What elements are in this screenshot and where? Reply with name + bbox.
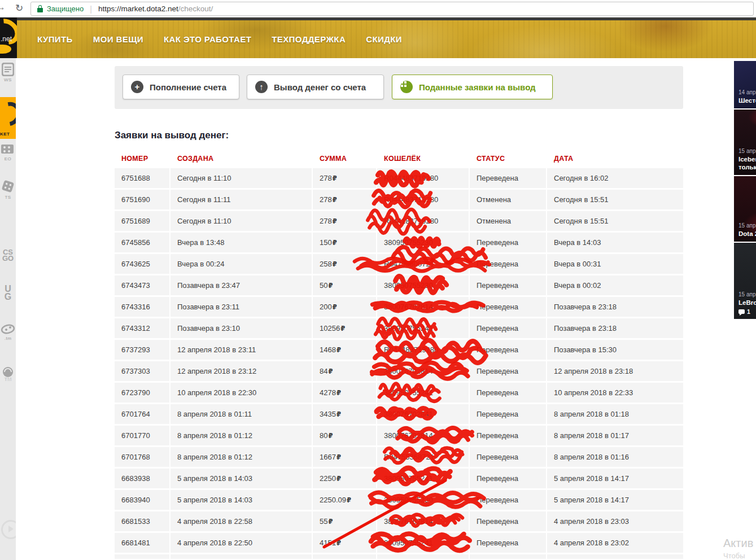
table-row: 6737293 12 апреля 2018 в 23:11 1468₽ R04… xyxy=(115,340,683,360)
tab-withdraw-requests[interactable]: Поданные заявки на вывод xyxy=(392,75,553,99)
request-number: 6683940 xyxy=(115,490,169,510)
request-number: 6701768 xyxy=(115,447,169,467)
ruble-sign: ₽ xyxy=(337,389,341,397)
sidebar-item-csgo[interactable]: CSGO xyxy=(0,249,16,261)
news-card[interactable]: 15 апр Iceber тольк xyxy=(734,110,756,175)
created-at: 8 апреля 2018 в 01:11 xyxy=(171,404,312,424)
status: Переведена xyxy=(470,297,546,317)
security-label: Защищено xyxy=(47,5,84,13)
withdraw-requests-table: НОМЕРСОЗДАНАСУММАКОШЕЛЁКСТАТУСДАТА 67516… xyxy=(115,155,683,560)
news-icon xyxy=(2,63,14,76)
ruble-sign: ₽ xyxy=(333,239,337,247)
ruble-sign: ₽ xyxy=(340,325,345,333)
wallet: 380076702814 xyxy=(377,426,469,445)
plus-circle-icon: + xyxy=(131,81,143,93)
created-at: Позавчера в 23:47 xyxy=(171,275,312,295)
sidebar-item-bets[interactable]: TS xyxy=(0,179,16,200)
ruble-sign: ₽ xyxy=(337,539,341,547)
amount: 1468₽ xyxy=(313,340,376,360)
amount: 4278₽ xyxy=(313,383,376,403)
sidebar-item-market[interactable]: KET xyxy=(0,97,16,139)
wallet: R044483719280 xyxy=(377,190,469,209)
nav-item[interactable]: ТЕХПОДДЕРЖКА xyxy=(272,34,346,44)
processed-at: Позавчера в 15:30 xyxy=(547,340,683,360)
ruble-sign: ₽ xyxy=(347,496,351,504)
news-rail: 14 апр Шесто 15 апр Iceber тольк 15 апр … xyxy=(734,61,756,320)
created-at: Сегодня в 11:10 xyxy=(171,211,312,231)
secure-lock-icon xyxy=(37,5,43,12)
created-at: Сегодня в 11:10 xyxy=(171,168,312,188)
ruble-sign: ₽ xyxy=(337,410,341,418)
amount: 4151₽ xyxy=(313,533,376,553)
wallet: R84755368721 xyxy=(377,447,469,467)
page-title: Заявки на вывод денег: xyxy=(115,130,229,141)
ruble-sign: ₽ xyxy=(333,196,337,204)
status: Переведена xyxy=(470,168,546,188)
amount: 150₽ xyxy=(313,233,376,252)
column-header: СУММА xyxy=(313,155,376,168)
processed-at: 12 апреля 2018 в 23:18 xyxy=(547,361,683,381)
request-number: 6743312 xyxy=(115,318,169,338)
play-circle-icon[interactable] xyxy=(1,520,16,539)
table-row: 6743473 Позавчера в 23:47 50₽ 3809507552… xyxy=(115,275,683,295)
table-row: 6737303 12 апреля 2018 в 23:12 84₽ 38007… xyxy=(115,361,683,381)
amount: 200₽ xyxy=(313,297,376,317)
amount: 10256₽ xyxy=(313,318,376,338)
sidebar-item-pubg[interactable]: UG xyxy=(0,285,16,301)
processed-at: 8 апреля 2018 в 01:18 xyxy=(547,404,683,424)
sidebar-item-dota2tm[interactable]: .tm xyxy=(0,323,16,341)
table-row: 6681533 4 апреля 2018 в 22:58 55₽ 380076… xyxy=(115,511,683,531)
news-card[interactable]: 15 апр LeBro 1 xyxy=(734,243,756,319)
ruble-sign: ₽ xyxy=(333,260,337,268)
status: Отменена xyxy=(470,211,546,231)
amount: 1667₽ xyxy=(313,447,376,467)
sidebar-item-video[interactable]: EO xyxy=(0,143,16,161)
request-number: 6737293 xyxy=(115,340,169,360)
nav-item[interactable]: КАК ЭТО РАБОТАЕТ xyxy=(164,34,251,44)
site-logo[interactable]: .net xyxy=(0,18,17,58)
browser-toolbar: → ↻ Защищено | https://market.dota2.net/… xyxy=(0,0,756,18)
amount: 258₽ xyxy=(313,254,376,274)
dice-icon xyxy=(1,179,15,194)
table-row: 6681481 4 апреля 2018 в 22:50 4151₽ 3809… xyxy=(115,533,683,553)
sidebar-item-tm[interactable]: TM xyxy=(0,366,16,383)
news-card[interactable]: 15 апр Dota 2 xyxy=(734,176,756,242)
nav-item[interactable]: СКИДКИ xyxy=(366,34,402,44)
processed-at: 8 апреля 2018 в 01:17 xyxy=(547,426,683,445)
nav-item[interactable]: МОИ ВЕЩИ xyxy=(93,34,143,44)
created-at: 8 апреля 2018 в 01:12 xyxy=(171,447,312,467)
amount: 2250.09₽ xyxy=(313,490,376,510)
sidebar-item-news[interactable]: WS xyxy=(0,63,16,82)
amount: 3435₽ xyxy=(313,404,376,424)
forward-arrow-icon[interactable]: → xyxy=(0,2,6,13)
wallet: R044483719280 xyxy=(377,168,469,188)
tab-withdraw[interactable]: ↑ Вывод денег со счета xyxy=(247,75,384,99)
address-bar[interactable]: Защищено | https://market.dota2.net/chec… xyxy=(30,2,754,16)
amount: 278₽ xyxy=(313,211,376,231)
wallet: 380950755241 xyxy=(377,383,469,403)
created-at: 5 апреля 2018 в 14:03 xyxy=(171,490,312,510)
column-header: ДАТА xyxy=(547,155,683,168)
news-card[interactable]: 14 апр Шесто xyxy=(734,61,756,108)
logo-text: .net xyxy=(1,35,12,43)
table-row: 6701764 8 апреля 2018 в 01:11 3435₽ 3800… xyxy=(115,404,683,424)
created-at: 12 апреля 2018 в 23:11 xyxy=(171,340,312,360)
status: Отменена xyxy=(470,190,546,209)
tab-deposit[interactable]: + Пополнение счета xyxy=(123,75,239,99)
wallet: 380950755230 xyxy=(377,275,469,295)
comment-icon xyxy=(738,309,745,314)
table-row: 6701770 8 апреля 2018 в 01:12 80₽ 380076… xyxy=(115,426,683,445)
table-row: 6743625 Вчера в 00:24 258₽ R84755500721 … xyxy=(115,254,683,274)
amount: 278₽ xyxy=(313,168,376,188)
request-number: 6681481 xyxy=(115,533,169,553)
account-tabs: + Пополнение счета ↑ Вывод денег со счет… xyxy=(115,66,683,109)
table-row: 6683938 5 апреля 2018 в 14:03 2250₽ 3809… xyxy=(115,469,683,488)
reload-icon[interactable]: ↻ xyxy=(15,2,23,14)
wallet: 380950755230 xyxy=(377,233,469,252)
csgo-logo: CSGO xyxy=(0,249,16,261)
created-at: 5 апреля 2018 в 14:03 xyxy=(171,469,312,488)
nav-item[interactable]: КУПИТЬ xyxy=(37,34,73,44)
table-row: 6701768 8 апреля 2018 в 01:12 1667₽ R847… xyxy=(115,447,683,467)
status: Переведена xyxy=(470,383,546,403)
status: Переведена xyxy=(470,447,546,467)
